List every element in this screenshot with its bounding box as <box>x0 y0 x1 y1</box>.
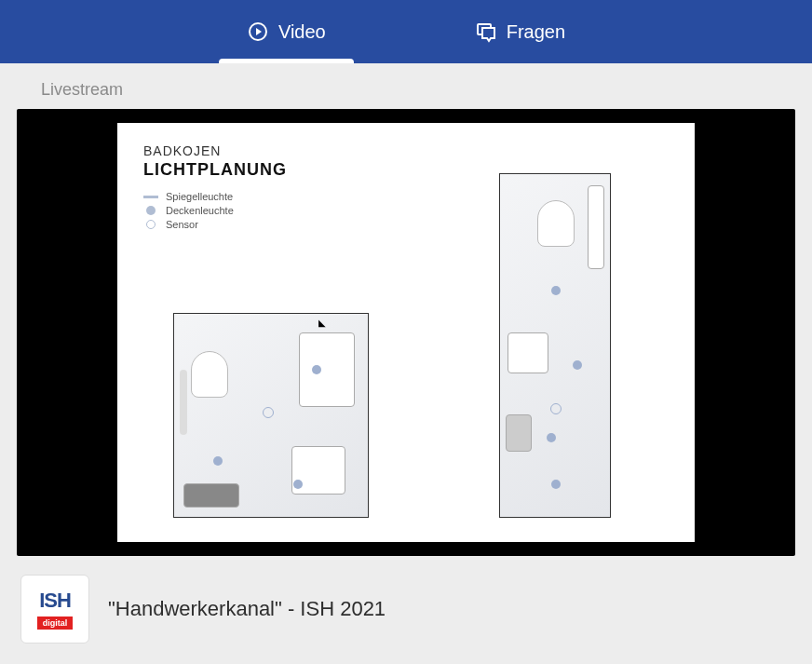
slide-subtitle: BADKOJEN <box>143 143 669 158</box>
ceiling-light-marker <box>547 433 556 442</box>
floorplan-b <box>499 173 611 518</box>
sensor-marker <box>550 403 562 414</box>
logo-text: ISH <box>39 589 71 613</box>
slide-content: BADKOJEN LICHTPLANUNG Spiegelleuchte Dec… <box>117 123 695 542</box>
legend-line-icon <box>143 196 158 198</box>
sensor-marker <box>263 407 274 418</box>
chat-icon <box>475 20 497 43</box>
ceiling-light-marker <box>312 365 321 374</box>
legend-label: Sensor <box>166 219 198 230</box>
fixture-shower <box>588 185 604 269</box>
floorplan-a: ◣ <box>173 313 369 518</box>
fixture-toilet <box>191 351 228 398</box>
play-circle-icon <box>247 20 269 43</box>
top-tab-bar: Video Fragen <box>0 0 812 63</box>
tab-fragen-label: Fragen <box>507 21 565 43</box>
ceiling-light-marker <box>293 480 303 489</box>
video-footer: ISH digital "Handwerkerkanal" - ISH 2021 <box>0 556 812 662</box>
fixture-sink <box>508 332 548 373</box>
video-title: "Handwerkerkanal" - ISH 2021 <box>108 597 386 621</box>
ceiling-light-marker <box>551 286 561 295</box>
section-label: Livestream <box>0 63 812 109</box>
ceiling-light-marker <box>573 360 582 370</box>
tab-fragen[interactable]: Fragen <box>475 0 565 63</box>
ceiling-light-marker <box>551 480 561 489</box>
channel-logo[interactable]: ISH digital <box>20 575 89 644</box>
tab-video[interactable]: Video <box>247 0 326 63</box>
fixture-cabinet <box>183 483 239 508</box>
fixture-shower <box>299 332 355 407</box>
fixture-toilet <box>537 200 575 247</box>
video-player[interactable]: BADKOJEN LICHTPLANUNG Spiegelleuchte Dec… <box>17 109 795 556</box>
fixture-radiator <box>180 370 187 435</box>
floorplan-group: ◣ <box>173 313 369 518</box>
legend-label: Deckenleuchte <box>166 205 234 216</box>
fixture-cabinet <box>506 414 532 452</box>
legend-dot-icon <box>146 206 156 215</box>
legend-circle-icon <box>146 220 156 229</box>
legend-label: Spiegelleuchte <box>166 191 233 202</box>
ceiling-light-marker <box>213 456 223 466</box>
cursor-icon: ◣ <box>318 318 326 328</box>
tab-video-label: Video <box>278 21 326 43</box>
logo-tag: digital <box>37 617 74 630</box>
